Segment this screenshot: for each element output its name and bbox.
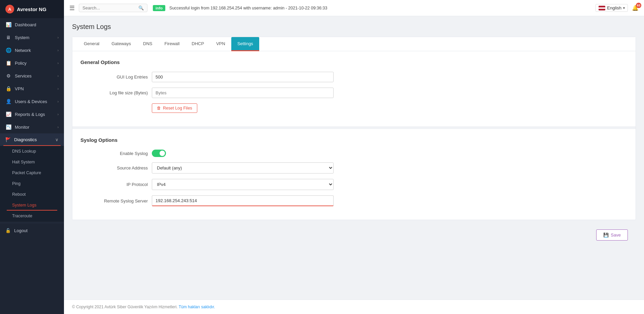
tab-dns[interactable]: DNS [137,37,158,51]
save-icon: 💾 [603,232,609,238]
traceroute-label: Traceroute [12,214,32,218]
sidebar-label-policy: Policy [15,61,27,66]
log-file-size-label: Log file size (Bytes) [80,90,148,95]
dns-lookup-label: DNS Lookup [12,149,36,154]
ip-protocol-select[interactable]: IPv4 IPv6 [152,179,334,190]
logo-icon: A [5,5,14,13]
search-icon: 🔍 [138,5,144,10]
notification-badge: info [153,5,165,11]
section-separator [72,126,636,129]
tab-general[interactable]: General [78,37,105,51]
log-file-size-input[interactable] [152,88,334,98]
topbar-right: English ▾ 🔔 63 [596,4,639,12]
page-title: System Logs [72,23,636,31]
save-button[interactable]: 💾 Save [596,229,628,241]
policy-icon: 📋 [5,60,11,66]
log-file-size-row: Log file size (Bytes) [80,88,628,98]
sidebar-label-diagnostics: Diagnostics [14,137,37,142]
sidebar-item-dashboard[interactable]: 📊 Dashboard [0,18,64,31]
logout-label: Logout [14,228,28,233]
flag-icon [599,6,605,10]
sidebar-label-monitor: Monitor [15,125,29,130]
tab-gateways[interactable]: Gateways [105,37,137,51]
chevron-down-icon: ▾ [623,6,625,10]
gui-log-label: GUI Log Entries [80,74,148,80]
sidebar-item-vpn[interactable]: 🔒 VPN › [0,82,64,95]
sidebar-item-reboot[interactable]: Reboot [0,189,64,200]
language-selector[interactable]: English ▾ [596,4,628,12]
chevron-right-icon: › [58,125,59,129]
vpn-icon: 🔒 [5,86,11,91]
sidebar-item-logout[interactable]: 🔓 Logout [0,224,64,237]
hamburger-icon[interactable]: ☰ [69,4,75,12]
diagnostics-submenu: DNS Lookup Halt System Packet Capture Pi… [0,146,64,221]
sidebar-item-packet-capture[interactable]: Packet Capture [0,167,64,178]
syslog-options-title: Syslog Options [80,137,628,143]
reset-log-button[interactable]: 🗑 Reset Log Files [152,103,197,113]
notification-message: Successful login from 192.168.254.254 wi… [169,6,591,10]
main-area: ☰ 🔍 info Successful login from 192.168.2… [64,0,644,314]
enable-syslog-toggle[interactable] [152,150,166,157]
sidebar-item-diagnostics[interactable]: 🚩 Diagnostics ∨ [0,133,64,146]
sidebar-item-reports[interactable]: 📈 Reports & Logs › [0,108,64,121]
monitor-icon: 📉 [5,124,11,130]
tab-settings[interactable]: Settings [231,37,259,51]
tab-dhcp[interactable]: DHCP [185,37,210,51]
sidebar-item-ping[interactable]: Ping [0,178,64,189]
sidebar-item-services[interactable]: ⚙ Services › [0,69,64,82]
app-name: Avrestor NG [17,6,46,12]
general-options-section: General Options GUI Log Entries Log file… [72,51,636,126]
tab-vpn[interactable]: VPN [210,37,231,51]
remote-syslog-server-input[interactable] [152,195,334,206]
chevron-right-icon: › [58,49,59,52]
sidebar-label-dashboard: Dashboard [15,22,36,27]
footer-copyright: © Copyright 2021 Avtürk Siber Güvenlik Y… [72,305,178,309]
ip-protocol-label: IP Protocol [80,182,148,187]
search-input[interactable] [82,5,136,10]
sidebar-item-system-logs[interactable]: System Logs [0,200,64,211]
sidebar-item-dns-lookup[interactable]: DNS Lookup [0,146,64,157]
dashboard-icon: 📊 [5,22,11,27]
chevron-right-icon: › [58,74,59,78]
gui-log-input[interactable] [152,72,334,82]
sidebar-logo: A Avrestor NG [0,0,64,18]
reports-icon: 📈 [5,112,11,117]
reboot-label: Reboot [12,192,26,197]
logout-icon: 🔓 [5,228,11,233]
general-options-title: General Options [80,59,628,65]
enable-syslog-label: Enable Syslog [80,151,148,156]
remote-syslog-server-row: Remote Syslog Server [80,195,628,206]
sidebar-label-vpn: VPN [15,86,24,91]
sidebar-item-policy[interactable]: 📋 Policy › [0,57,64,69]
sidebar-item-system[interactable]: 🖥 System › [0,31,64,44]
topbar: ☰ 🔍 info Successful login from 192.168.2… [64,0,644,16]
sidebar-nav: 📊 Dashboard 🖥 System › 🌐 Network › 📋 Pol… [0,18,64,314]
services-icon: ⚙ [5,73,11,78]
sidebar-item-network[interactable]: 🌐 Network › [0,44,64,57]
ip-protocol-row: IP Protocol IPv4 IPv6 [80,179,628,190]
toggle-slider [152,150,166,157]
sidebar-item-halt-system[interactable]: Halt System [0,157,64,167]
source-address-select[interactable]: Default (any) 192.168.1.1 192.168.254.25… [152,162,334,174]
gui-log-entries-row: GUI Log Entries [80,72,628,82]
save-button-wrap: 💾 Save [72,225,636,247]
source-address-row: Source Address Default (any) 192.168.1.1… [80,162,628,174]
remote-syslog-server-label: Remote Syslog Server [80,198,148,203]
footer: © Copyright 2021 Avtürk Siber Güvenlik Y… [64,300,644,314]
tab-firewall[interactable]: Firewall [159,37,186,51]
footer-rights[interactable]: Tüm hakları saklıdır. [179,305,215,309]
page-content: System Logs General Gateways DNS Firewal… [64,16,644,300]
sidebar-label-users: Users & Devices [15,99,47,104]
bell-button[interactable]: 🔔 63 [632,5,639,11]
sidebar-item-users-devices[interactable]: 👤 Users & Devices › [0,95,64,108]
trash-icon: 🗑 [157,106,161,111]
packet-capture-label: Packet Capture [12,170,41,175]
syslog-options-section: Syslog Options Enable Syslog Source Addr… [72,129,636,220]
chevron-right-icon: › [58,87,59,91]
main-card: General Gateways DNS Firewall DHCP VPN [72,37,636,220]
chevron-right-icon: › [58,36,59,39]
reset-log-row: 🗑 Reset Log Files [80,103,628,113]
sidebar-item-traceroute[interactable]: Traceroute [0,211,64,221]
sidebar-item-monitor[interactable]: 📉 Monitor › [0,121,64,133]
source-address-label: Source Address [80,165,148,170]
